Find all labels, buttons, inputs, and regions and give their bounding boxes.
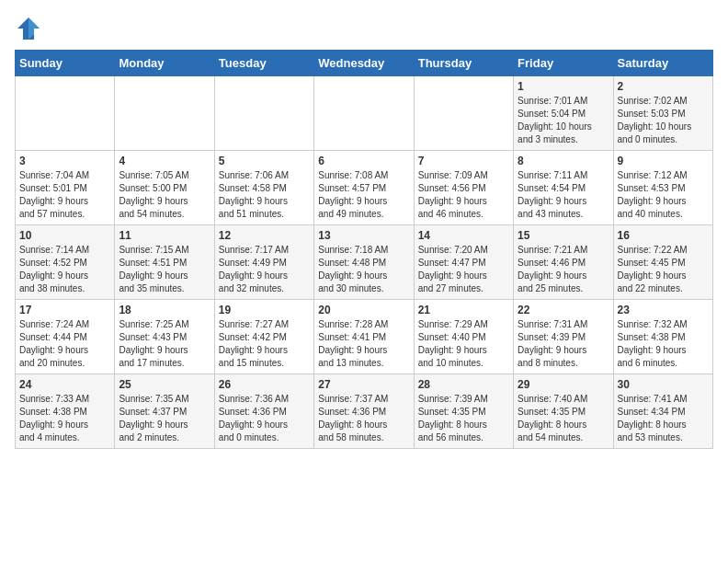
day-number: 8 bbox=[518, 155, 609, 167]
day-number: 12 bbox=[219, 229, 310, 242]
day-info: Sunrise: 7:14 AM Sunset: 4:52 PM Dayligh… bbox=[19, 244, 110, 295]
calendar-cell bbox=[314, 76, 414, 151]
calendar-cell: 8Sunrise: 7:11 AM Sunset: 4:54 PM Daylig… bbox=[514, 151, 613, 225]
calendar-cell: 30Sunrise: 7:41 AM Sunset: 4:34 PM Dayli… bbox=[613, 374, 712, 449]
day-info: Sunrise: 7:02 AM Sunset: 5:03 PM Dayligh… bbox=[618, 95, 709, 146]
day-info: Sunrise: 7:22 AM Sunset: 4:45 PM Dayligh… bbox=[618, 244, 709, 295]
calendar-cell bbox=[214, 76, 313, 151]
day-number: 23 bbox=[618, 304, 709, 316]
day-number: 29 bbox=[518, 378, 609, 391]
calendar-cell bbox=[414, 76, 513, 151]
calendar-cell: 15Sunrise: 7:21 AM Sunset: 4:46 PM Dayli… bbox=[514, 225, 613, 300]
day-number: 13 bbox=[318, 229, 409, 242]
day-info: Sunrise: 7:41 AM Sunset: 4:34 PM Dayligh… bbox=[618, 393, 709, 444]
calendar-cell: 3Sunrise: 7:04 AM Sunset: 5:01 PM Daylig… bbox=[16, 151, 115, 225]
calendar-cell: 18Sunrise: 7:25 AM Sunset: 4:43 PM Dayli… bbox=[115, 300, 214, 374]
week-row-2: 3Sunrise: 7:04 AM Sunset: 5:01 PM Daylig… bbox=[16, 151, 713, 225]
calendar-cell: 26Sunrise: 7:36 AM Sunset: 4:36 PM Dayli… bbox=[214, 374, 313, 449]
calendar-cell bbox=[115, 76, 214, 151]
calendar-cell: 29Sunrise: 7:40 AM Sunset: 4:35 PM Dayli… bbox=[514, 374, 613, 449]
calendar-cell bbox=[16, 76, 115, 151]
calendar-cell: 7Sunrise: 7:09 AM Sunset: 4:56 PM Daylig… bbox=[414, 151, 513, 225]
day-number: 30 bbox=[618, 378, 709, 391]
day-number: 14 bbox=[418, 229, 509, 242]
day-info: Sunrise: 7:36 AM Sunset: 4:36 PM Dayligh… bbox=[219, 393, 310, 444]
day-number: 19 bbox=[219, 304, 310, 316]
calendar-cell: 12Sunrise: 7:17 AM Sunset: 4:49 PM Dayli… bbox=[214, 225, 313, 300]
header-saturday: Saturday bbox=[613, 51, 712, 76]
day-info: Sunrise: 7:01 AM Sunset: 5:04 PM Dayligh… bbox=[518, 95, 609, 146]
day-info: Sunrise: 7:29 AM Sunset: 4:40 PM Dayligh… bbox=[418, 318, 509, 370]
calendar-cell: 27Sunrise: 7:37 AM Sunset: 4:36 PM Dayli… bbox=[314, 374, 414, 449]
calendar-cell: 19Sunrise: 7:27 AM Sunset: 4:42 PM Dayli… bbox=[214, 300, 313, 374]
day-info: Sunrise: 7:20 AM Sunset: 4:47 PM Dayligh… bbox=[418, 244, 509, 295]
day-number: 16 bbox=[618, 229, 709, 242]
calendar-cell: 28Sunrise: 7:39 AM Sunset: 4:35 PM Dayli… bbox=[414, 374, 513, 449]
day-number: 5 bbox=[219, 155, 310, 167]
day-number: 26 bbox=[219, 378, 310, 391]
day-info: Sunrise: 7:21 AM Sunset: 4:46 PM Dayligh… bbox=[518, 244, 609, 295]
logo-icon bbox=[15, 15, 42, 42]
day-number: 27 bbox=[318, 378, 409, 391]
day-info: Sunrise: 7:17 AM Sunset: 4:49 PM Dayligh… bbox=[219, 244, 310, 295]
calendar-cell: 5Sunrise: 7:06 AM Sunset: 4:58 PM Daylig… bbox=[214, 151, 313, 225]
day-number: 28 bbox=[418, 378, 509, 391]
day-info: Sunrise: 7:18 AM Sunset: 4:48 PM Dayligh… bbox=[318, 244, 409, 295]
day-number: 4 bbox=[119, 155, 210, 167]
week-row-3: 10Sunrise: 7:14 AM Sunset: 4:52 PM Dayli… bbox=[16, 225, 713, 300]
calendar-cell: 6Sunrise: 7:08 AM Sunset: 4:57 PM Daylig… bbox=[314, 151, 414, 225]
calendar-cell: 9Sunrise: 7:12 AM Sunset: 4:53 PM Daylig… bbox=[613, 151, 712, 225]
calendar-cell: 23Sunrise: 7:32 AM Sunset: 4:38 PM Dayli… bbox=[613, 300, 712, 374]
day-info: Sunrise: 7:05 AM Sunset: 5:00 PM Dayligh… bbox=[119, 169, 210, 221]
day-info: Sunrise: 7:06 AM Sunset: 4:58 PM Dayligh… bbox=[219, 169, 310, 221]
week-row-4: 17Sunrise: 7:24 AM Sunset: 4:44 PM Dayli… bbox=[16, 300, 713, 374]
day-number: 21 bbox=[418, 304, 509, 316]
header-sunday: Sunday bbox=[16, 51, 115, 76]
calendar-cell: 16Sunrise: 7:22 AM Sunset: 4:45 PM Dayli… bbox=[613, 225, 712, 300]
day-info: Sunrise: 7:35 AM Sunset: 4:37 PM Dayligh… bbox=[119, 393, 210, 444]
day-number: 24 bbox=[19, 378, 110, 391]
day-number: 11 bbox=[119, 229, 210, 242]
day-number: 10 bbox=[19, 229, 110, 242]
header-friday: Friday bbox=[514, 51, 613, 76]
calendar-cell: 1Sunrise: 7:01 AM Sunset: 5:04 PM Daylig… bbox=[514, 76, 613, 151]
week-row-1: 1Sunrise: 7:01 AM Sunset: 5:04 PM Daylig… bbox=[16, 76, 713, 151]
day-number: 25 bbox=[119, 378, 210, 391]
header-wednesday: Wednesday bbox=[314, 51, 414, 76]
day-number: 17 bbox=[19, 304, 110, 316]
day-number: 22 bbox=[518, 304, 609, 316]
day-info: Sunrise: 7:37 AM Sunset: 4:36 PM Dayligh… bbox=[318, 393, 409, 444]
day-number: 7 bbox=[418, 155, 509, 167]
day-number: 1 bbox=[518, 80, 609, 93]
day-info: Sunrise: 7:11 AM Sunset: 4:54 PM Dayligh… bbox=[518, 169, 609, 221]
calendar-table: SundayMondayTuesdayWednesdayThursdayFrid… bbox=[15, 50, 713, 449]
day-info: Sunrise: 7:09 AM Sunset: 4:56 PM Dayligh… bbox=[418, 169, 509, 221]
calendar-cell: 20Sunrise: 7:28 AM Sunset: 4:41 PM Dayli… bbox=[314, 300, 414, 374]
day-info: Sunrise: 7:31 AM Sunset: 4:39 PM Dayligh… bbox=[518, 318, 609, 370]
day-info: Sunrise: 7:25 AM Sunset: 4:43 PM Dayligh… bbox=[119, 318, 210, 370]
day-info: Sunrise: 7:24 AM Sunset: 4:44 PM Dayligh… bbox=[19, 318, 110, 370]
day-number: 3 bbox=[19, 155, 110, 167]
day-info: Sunrise: 7:28 AM Sunset: 4:41 PM Dayligh… bbox=[318, 318, 409, 370]
calendar-cell: 14Sunrise: 7:20 AM Sunset: 4:47 PM Dayli… bbox=[414, 225, 513, 300]
day-info: Sunrise: 7:12 AM Sunset: 4:53 PM Dayligh… bbox=[618, 169, 709, 221]
day-info: Sunrise: 7:27 AM Sunset: 4:42 PM Dayligh… bbox=[219, 318, 310, 370]
day-info: Sunrise: 7:08 AM Sunset: 4:57 PM Dayligh… bbox=[318, 169, 409, 221]
day-number: 2 bbox=[618, 80, 709, 93]
header-thursday: Thursday bbox=[414, 51, 513, 76]
day-info: Sunrise: 7:33 AM Sunset: 4:38 PM Dayligh… bbox=[19, 393, 110, 444]
calendar-cell: 21Sunrise: 7:29 AM Sunset: 4:40 PM Dayli… bbox=[414, 300, 513, 374]
day-number: 20 bbox=[318, 304, 409, 316]
day-info: Sunrise: 7:32 AM Sunset: 4:38 PM Dayligh… bbox=[618, 318, 709, 370]
calendar-cell: 25Sunrise: 7:35 AM Sunset: 4:37 PM Dayli… bbox=[115, 374, 214, 449]
logo bbox=[15, 15, 46, 42]
calendar-cell: 11Sunrise: 7:15 AM Sunset: 4:51 PM Dayli… bbox=[115, 225, 214, 300]
calendar-cell: 10Sunrise: 7:14 AM Sunset: 4:52 PM Dayli… bbox=[16, 225, 115, 300]
calendar-cell: 4Sunrise: 7:05 AM Sunset: 5:00 PM Daylig… bbox=[115, 151, 214, 225]
calendar-cell: 24Sunrise: 7:33 AM Sunset: 4:38 PM Dayli… bbox=[16, 374, 115, 449]
day-info: Sunrise: 7:15 AM Sunset: 4:51 PM Dayligh… bbox=[119, 244, 210, 295]
day-info: Sunrise: 7:39 AM Sunset: 4:35 PM Dayligh… bbox=[418, 393, 509, 444]
day-number: 18 bbox=[119, 304, 210, 316]
calendar-cell: 22Sunrise: 7:31 AM Sunset: 4:39 PM Dayli… bbox=[514, 300, 613, 374]
week-row-5: 24Sunrise: 7:33 AM Sunset: 4:38 PM Dayli… bbox=[16, 374, 713, 449]
